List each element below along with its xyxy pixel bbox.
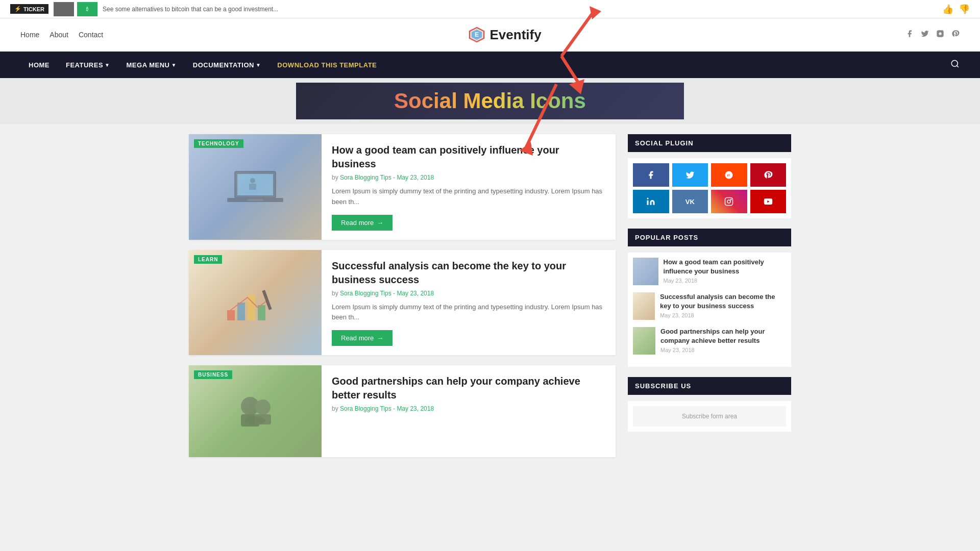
post-content-2: Successful analysis can become the key t… [322,250,616,356]
popular-post-item-2: Successful analysis can become the key t… [633,292,786,320]
popular-posts-title: POPULAR POSTS [628,229,791,246]
svg-point-23 [245,416,265,424]
nav-contact[interactable]: Contact [79,31,103,39]
social-facebook[interactable] [905,30,914,40]
post-card: TECHNOLOGY How a good team can positivel… [189,134,616,240]
banner: Social Media Icons [0,78,980,124]
logo[interactable]: E Eventify [468,26,542,44]
nav-home-main[interactable]: HOME [20,52,58,78]
subscribe-content: Subscribe form area [628,401,791,432]
social-twitter[interactable] [921,30,929,40]
social-btn-twitter[interactable] [672,163,708,187]
nav-documentation[interactable]: DOCUMENTATION ▼ [185,52,270,78]
popular-info-3: Good partnerships can help your company … [660,327,786,353]
doc-arrow: ▼ [256,62,261,68]
svg-line-7 [957,65,958,67]
popular-post-date-3: May 23, 2018 [660,347,786,353]
twitter-icon [921,30,929,38]
post-author-2[interactable]: Sora Blogging Tips [340,290,391,297]
post-title-3: Good partnerships can help your company … [332,374,605,402]
header-social [905,30,960,40]
category-badge-3[interactable]: BUSINESS [194,370,232,379]
pinterest-icon [951,30,960,38]
popular-post-title-3[interactable]: Good partnerships can help your company … [660,327,786,345]
header-nav: Home About Contact [20,31,103,39]
instagram-icon [936,30,944,38]
post-date-2: May 23, 2018 [397,290,434,297]
ticker-bar: ⚡ TICKER ₿ See some alternatives to bitc… [0,0,980,18]
popular-info-2: Successful analysis can become the key t… [660,292,786,318]
features-arrow: ▼ [105,62,110,68]
social-btn-reddit[interactable]: r/ [711,163,747,187]
social-btn-pinterest[interactable] [750,163,787,187]
popular-post-date-2: May 23, 2018 [660,312,786,318]
ticker-icons-right: 👍 👎 [942,4,970,15]
post-thumbnail-3: BUSINESS [189,365,322,457]
social-plugin-title: SOCIAL PLUGIN [628,134,791,152]
read-more-btn-1[interactable]: Read more → [332,215,393,231]
post-content-1: How a good team can positively influence… [322,134,616,240]
navbar: HOME FEATURES ▼ MEGA MENU ▼ DOCUMENTATIO… [0,52,980,78]
popular-posts-list: How a good team can positively influence… [628,253,791,367]
social-btn-vk[interactable]: VK [672,190,708,213]
ticker-icon-2: 👎 [959,4,970,15]
read-more-btn-2[interactable]: Read more → [332,330,393,346]
ticker-icon-1: 👍 [942,4,953,15]
post-author-1[interactable]: Sora Blogging Tips [340,174,391,181]
popular-thumb-1 [633,258,658,285]
post-meta-3: by Sora Blogging Tips - May 23, 2018 [332,405,605,412]
category-badge-2[interactable]: LEARN [194,255,222,264]
post-card-3: BUSINESS Good partnerships can help your… [189,365,616,457]
post-excerpt-2: Lorem Ipsum is simply dummy text of the … [332,302,605,323]
nav-mega-menu[interactable]: MEGA MENU ▼ [118,52,185,78]
popular-post-title-2[interactable]: Successful analysis can become the key t… [660,292,786,311]
svg-point-26 [647,198,649,199]
post-thumbnail-2: LEARN [189,250,322,356]
thumb-illustration-2 [222,280,288,325]
ticker-label: ⚡ TICKER [10,4,48,14]
main-container: TECHNOLOGY How a good team can positivel… [179,134,801,467]
ticker-thumb1 [54,2,74,16]
search-icon[interactable] [950,59,960,71]
category-badge-1[interactable]: TECHNOLOGY [194,139,243,148]
post-date-1: May 23, 2018 [397,174,434,181]
popular-posts-widget: POPULAR POSTS How a good team can positi… [628,229,791,367]
thumb-illustration-1 [225,166,286,207]
social-btn-instagram[interactable] [711,190,747,213]
social-btn-youtube[interactable] [750,190,787,213]
svg-point-21 [255,399,271,415]
subscribe-title: SUBSCRIBE US [628,377,791,395]
post-author-3[interactable]: Sora Blogging Tips [340,405,391,412]
subscribe-form-placeholder: Subscribe form area [633,406,786,427]
popular-info-1: How a good team can positively influence… [664,258,786,284]
nav-download[interactable]: DOWNLOAD THIS TEMPLATE [269,52,385,78]
nav-about[interactable]: About [50,31,68,39]
popular-post-item-3: Good partnerships can help your company … [633,327,786,355]
social-btn-linkedin[interactable] [633,190,669,213]
svg-rect-11 [248,199,263,201]
popular-post-title-1[interactable]: How a good team can positively influence… [664,258,786,276]
social-pinterest[interactable] [951,30,960,40]
social-btn-facebook[interactable] [633,163,669,187]
popular-thumb-2 [633,292,655,320]
svg-point-29 [731,199,732,200]
popular-thumb-3 [633,327,655,355]
post-meta-2: by Sora Blogging Tips - May 23, 2018 [332,290,605,297]
posts-section: TECHNOLOGY How a good team can positivel… [189,134,616,467]
thumb-illustration-3 [222,386,288,437]
ticker-news: See some alternatives to bitcoin that ca… [103,6,278,13]
post-date-3: May 23, 2018 [397,405,434,412]
social-icons-grid: r/ VK [628,158,791,218]
social-instagram[interactable] [936,30,944,40]
svg-point-6 [951,60,958,66]
post-excerpt-1: Lorem Ipsum is simply dummy text of the … [332,186,605,208]
popular-post-item-1: How a good team can positively influence… [633,258,786,285]
svg-rect-27 [725,198,733,206]
post-content-3: Good partnerships can help your company … [322,365,616,457]
nav-features[interactable]: FEATURES ▼ [58,52,118,78]
ticker-text: TICKER [23,6,44,12]
arrow-icon-1: → [377,219,383,227]
svg-point-12 [250,178,255,183]
nav-home[interactable]: Home [20,31,39,39]
post-card-2: LEARN Successful analysis can become the… [189,250,616,356]
